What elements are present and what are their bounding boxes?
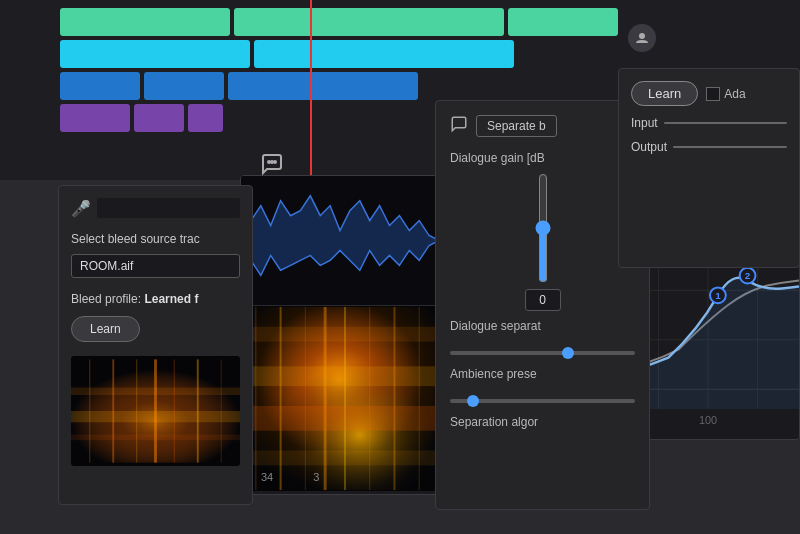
svg-rect-26 (241, 327, 439, 342)
learn-button-top[interactable]: Learn (631, 81, 698, 106)
track-clip (254, 40, 514, 68)
track-row (60, 8, 800, 36)
source-file-input[interactable] (71, 254, 240, 278)
output-label: Output (631, 140, 667, 154)
learn-button-left[interactable]: Learn (71, 316, 140, 342)
input-label: Input (631, 116, 658, 130)
track-clip (144, 72, 224, 100)
playhead-line (310, 0, 312, 180)
track-clip (60, 40, 250, 68)
left-panel: 🎤 Select bleed source trac Bleed profile… (58, 185, 253, 505)
track-clip (188, 104, 223, 132)
track-row (60, 40, 800, 68)
bleed-profile-label: Bleed profile: Learned f (71, 292, 240, 306)
ambience-preserve-slider[interactable] (450, 399, 635, 403)
svg-rect-11 (71, 411, 240, 422)
chat-icon-right (450, 115, 468, 137)
svg-text:100: 100 (699, 414, 717, 426)
waveform-view (241, 176, 439, 306)
svg-point-34 (274, 161, 276, 163)
track-clip (234, 8, 504, 36)
track-clip (228, 72, 418, 100)
spectrogram-preview (71, 356, 240, 466)
chat-icon-waveform (256, 148, 288, 180)
svg-rect-29 (241, 450, 439, 465)
output-row: Output (631, 140, 787, 154)
svg-text:2: 2 (745, 271, 751, 282)
separation-algo-label: Separation algor (450, 415, 635, 429)
svg-point-32 (268, 161, 270, 163)
ada-label: Ada (724, 87, 745, 101)
track-clip (60, 104, 130, 132)
dialogue-gain-value: 0 (525, 289, 561, 311)
track-clip (134, 104, 184, 132)
dialogue-separation-label: Dialogue separat (450, 319, 635, 333)
output-meter (673, 146, 787, 148)
svg-point-33 (271, 161, 273, 163)
dialogue-gain-label: Dialogue gain [dB (450, 151, 635, 165)
dialogue-gain-slider[interactable] (534, 173, 552, 283)
ada-checkbox[interactable] (706, 87, 720, 101)
separate-bar: Separate b (450, 115, 635, 137)
waveform-panel: 34 3 (240, 175, 440, 495)
input-meter (664, 122, 787, 124)
mic-icon: 🎤 (71, 199, 91, 218)
svg-rect-10 (71, 388, 240, 396)
ada-checkbox-area: Ada (706, 87, 745, 101)
timeline-num-34: 34 (261, 471, 273, 483)
timeline-numbers: 34 3 (261, 471, 319, 483)
svg-rect-27 (241, 366, 439, 386)
waveform-spectrogram: 34 3 (241, 306, 439, 491)
track-clip (60, 72, 140, 100)
top-right-panel: Learn Ada Input Output (618, 68, 800, 268)
bleed-source-label: Select bleed source trac (71, 232, 240, 246)
svg-point-0 (639, 33, 645, 39)
top-right-header: Learn Ada (631, 81, 787, 106)
ambience-preserve-control (450, 389, 635, 407)
dialogue-gain-control: 0 (450, 173, 635, 311)
input-row: Input (631, 116, 787, 130)
dialogue-separation-control (450, 341, 635, 359)
separate-button[interactable]: Separate b (476, 115, 557, 137)
dialogue-separation-slider[interactable] (450, 351, 635, 355)
svg-text:1: 1 (715, 290, 721, 301)
svg-rect-12 (71, 434, 240, 440)
track-clip (508, 8, 618, 36)
camera-icon (628, 24, 656, 52)
track-clip (60, 8, 230, 36)
mic-area: 🎤 (71, 198, 240, 218)
svg-rect-28 (241, 406, 439, 431)
timeline-num-3: 3 (313, 471, 319, 483)
ambience-preserve-label: Ambience prese (450, 367, 635, 381)
